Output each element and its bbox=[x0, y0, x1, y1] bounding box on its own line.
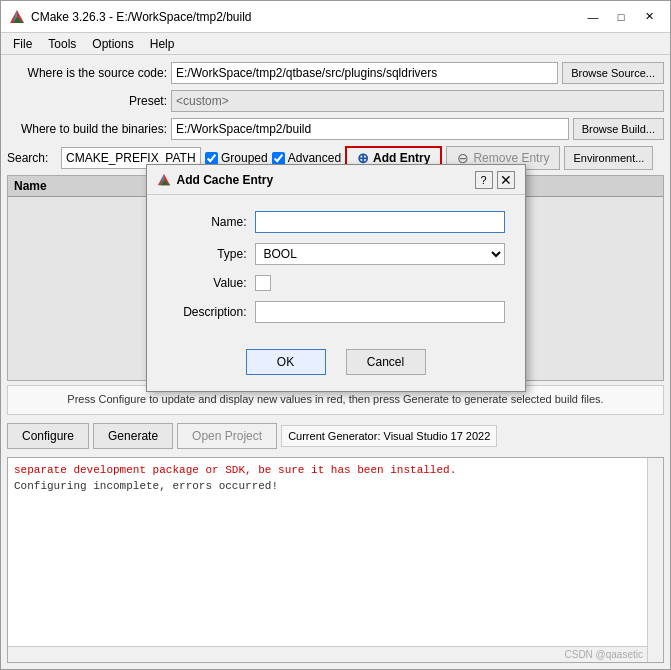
vertical-scrollbar[interactable] bbox=[647, 458, 663, 662]
dialog-description-row: Description: bbox=[167, 301, 505, 323]
dialog-body: Name: Type: BOOL STRING PATH FILEPATH IN… bbox=[147, 195, 525, 339]
add-cache-entry-dialog: Add Cache Entry ? ✕ Name: Typ bbox=[146, 164, 526, 392]
add-entry-label: Add Entry bbox=[373, 151, 430, 165]
dialog-title-left: Add Cache Entry bbox=[157, 173, 274, 187]
window-title: CMake 3.26.3 - E:/WorkSpace/tmp2/build bbox=[31, 10, 252, 24]
maximize-button[interactable]: □ bbox=[608, 7, 634, 27]
environment-button[interactable]: Environment... bbox=[564, 146, 653, 170]
dialog-close-button[interactable]: ✕ bbox=[497, 171, 515, 189]
minimize-button[interactable]: — bbox=[580, 7, 606, 27]
menu-file[interactable]: File bbox=[5, 35, 40, 53]
watermark: CSDN @qaasetic bbox=[564, 649, 643, 660]
dialog-help-button[interactable]: ? bbox=[475, 171, 493, 189]
source-row: Where is the source code: Browse Source.… bbox=[7, 61, 664, 85]
content-area: Where is the source code: Browse Source.… bbox=[1, 55, 670, 669]
close-button[interactable]: ✕ bbox=[636, 7, 662, 27]
dialog-value-row: Value: bbox=[167, 275, 505, 291]
dialog-name-row: Name: bbox=[167, 211, 505, 233]
dialog-ok-button[interactable]: OK bbox=[246, 349, 326, 375]
menu-options[interactable]: Options bbox=[84, 35, 141, 53]
browse-build-button[interactable]: Browse Build... bbox=[573, 118, 664, 140]
dialog-type-select[interactable]: BOOL STRING PATH FILEPATH INTERNAL bbox=[255, 243, 505, 265]
dialog-title-text: Add Cache Entry bbox=[177, 173, 274, 187]
dialog-value-checkbox[interactable] bbox=[255, 275, 271, 291]
grouped-checkbox-label[interactable]: Grouped bbox=[205, 151, 268, 165]
dialog-value-label: Value: bbox=[167, 276, 247, 290]
browse-source-button[interactable]: Browse Source... bbox=[562, 62, 664, 84]
dialog-name-input[interactable] bbox=[255, 211, 505, 233]
dialog-type-label: Type: bbox=[167, 247, 247, 261]
dialog-cmake-icon bbox=[157, 173, 171, 187]
log-content: separate development package or SDK, be … bbox=[8, 458, 663, 499]
title-bar: CMake 3.26.3 - E:/WorkSpace/tmp2/build —… bbox=[1, 1, 670, 33]
dialog-description-label: Description: bbox=[167, 305, 247, 319]
grouped-checkbox[interactable] bbox=[205, 152, 218, 165]
log-line-2: Configuring incomplete, errors occurred! bbox=[14, 478, 657, 495]
cmake-icon bbox=[9, 9, 25, 25]
preset-row: Preset: bbox=[7, 89, 664, 113]
action-buttons-row: Configure Generate Open Project Current … bbox=[7, 419, 664, 453]
grouped-label: Grouped bbox=[221, 151, 268, 165]
dialog-description-input[interactable] bbox=[255, 301, 505, 323]
menu-tools[interactable]: Tools bbox=[40, 35, 84, 53]
configure-button[interactable]: Configure bbox=[7, 423, 89, 449]
dialog-name-label: Name: bbox=[167, 215, 247, 229]
title-bar-left: CMake 3.26.3 - E:/WorkSpace/tmp2/build bbox=[9, 9, 252, 25]
dialog-type-row: Type: BOOL STRING PATH FILEPATH INTERNAL bbox=[167, 243, 505, 265]
dialog-footer: OK Cancel bbox=[147, 339, 525, 391]
advanced-checkbox[interactable] bbox=[272, 152, 285, 165]
title-buttons: — □ ✕ bbox=[580, 7, 662, 27]
dialog-overlay: Add Cache Entry ? ✕ Name: Typ bbox=[8, 176, 663, 380]
search-label: Search: bbox=[7, 151, 57, 165]
preset-label: Preset: bbox=[7, 94, 167, 108]
generate-button[interactable]: Generate bbox=[93, 423, 173, 449]
advanced-label: Advanced bbox=[288, 151, 341, 165]
main-window: CMake 3.26.3 - E:/WorkSpace/tmp2/build —… bbox=[0, 0, 671, 670]
dialog-title-bar: Add Cache Entry ? ✕ bbox=[147, 165, 525, 195]
binaries-label: Where to build the binaries: bbox=[7, 122, 167, 136]
generator-label: Current Generator: Visual Studio 17 2022 bbox=[281, 425, 497, 447]
preset-input bbox=[171, 90, 664, 112]
remove-entry-label: Remove Entry bbox=[473, 151, 549, 165]
dialog-title-buttons: ? ✕ bbox=[475, 171, 515, 189]
binaries-input[interactable] bbox=[171, 118, 569, 140]
advanced-checkbox-label[interactable]: Advanced bbox=[272, 151, 341, 165]
menu-help[interactable]: Help bbox=[142, 35, 183, 53]
dialog-cancel-button[interactable]: Cancel bbox=[346, 349, 426, 375]
source-input[interactable] bbox=[171, 62, 558, 84]
horizontal-scrollbar[interactable] bbox=[8, 646, 647, 662]
open-project-button[interactable]: Open Project bbox=[177, 423, 277, 449]
menu-bar: File Tools Options Help bbox=[1, 33, 670, 55]
log-line-1: separate development package or SDK, be … bbox=[14, 462, 657, 479]
log-area: separate development package or SDK, be … bbox=[7, 457, 664, 663]
source-label: Where is the source code: bbox=[7, 66, 167, 80]
binaries-row: Where to build the binaries: Browse Buil… bbox=[7, 117, 664, 141]
main-table-area: Name Add Cache Entry bbox=[7, 175, 664, 381]
